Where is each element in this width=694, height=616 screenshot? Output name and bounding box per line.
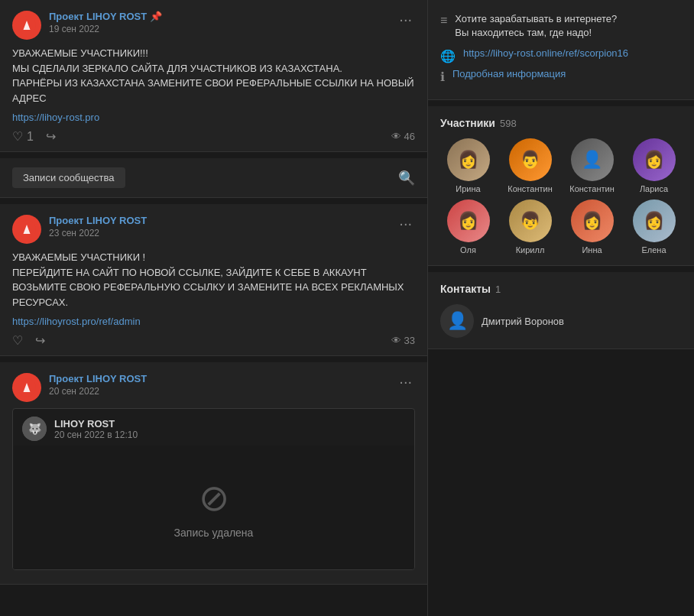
participants-section: Участники 598 👩 Ирина 👨 Константин 👤 xyxy=(428,106,694,266)
participants-title: Участники 598 xyxy=(440,117,682,129)
participant-item[interactable]: 👩 Оля xyxy=(440,199,496,255)
like-icon: ♡ xyxy=(12,333,23,348)
like-count: 1 xyxy=(27,130,34,144)
nested-author-name: LIHOY ROST xyxy=(54,418,138,430)
participant-avatar: 👩 xyxy=(571,199,614,242)
nested-post: 🐺 LIHOY ROST 20 сен 2022 в 12:10 ⊘ Запис… xyxy=(12,408,415,570)
promo-header-row: ≡ Хотите зарабатывать в интернете? Вы на… xyxy=(440,12,682,40)
author-text: Проект LIHOY ROST xyxy=(49,215,147,226)
post-author-name[interactable]: Проект LIHOY ROST xyxy=(49,373,396,384)
post-date: 20 сен 2022 xyxy=(49,386,396,397)
post-card: Проект LIHOY ROST 23 сен 2022 ··· УВАЖАЕ… xyxy=(0,204,427,356)
post-author-avatar xyxy=(12,11,41,40)
participant-avatar: 👨 xyxy=(509,138,552,181)
author-text: Проект LIHOY ROST xyxy=(49,11,147,22)
like-button[interactable]: ♡ xyxy=(12,333,23,348)
participant-avatar: 👩 xyxy=(447,199,490,242)
post-text: УВАЖАЕМЫЕ УЧАСТНИКИ ! ПЕРЕЙДИТЕ НА САЙТ … xyxy=(12,250,415,310)
community-posts-button[interactable]: Записи сообщества xyxy=(12,167,125,188)
promo-line1: Хотите зарабатывать в интернете? xyxy=(455,12,617,26)
deleted-content-area: ⊘ Запись удалена xyxy=(13,446,414,569)
community-bar: Записи сообщества 🔍 xyxy=(0,158,427,198)
nested-post-header: 🐺 LIHOY ROST 20 сен 2022 в 12:10 xyxy=(13,409,414,446)
participant-item[interactable]: 👨 Константин xyxy=(502,138,558,193)
deleted-text: Запись удалена xyxy=(174,527,254,539)
participant-name: Константин xyxy=(508,184,552,193)
post-card: Проект LIHOY ROST 📌 19 сен 2022 ··· УВАЖ… xyxy=(0,0,427,152)
post-date: 19 сен 2022 xyxy=(49,24,396,34)
views-number: 46 xyxy=(404,131,415,142)
post-author-info: Проект LIHOY ROST 📌 19 сен 2022 xyxy=(49,11,396,34)
participant-name: Ирина xyxy=(456,184,480,193)
participant-name: Лариса xyxy=(640,184,668,193)
post-author-info: Проект LIHOY ROST 23 сен 2022 xyxy=(49,215,396,238)
promo-section: ≡ Хотите зарабатывать в интернете? Вы на… xyxy=(428,0,694,100)
svg-text:🐺: 🐺 xyxy=(28,423,42,436)
post-menu-button[interactable]: ··· xyxy=(396,11,415,28)
post-author-name[interactable]: Проект LIHOY ROST xyxy=(49,215,396,226)
participant-name: Елена xyxy=(641,245,666,255)
share-button[interactable]: ↪ xyxy=(35,333,45,348)
post-author-name[interactable]: Проект LIHOY ROST 📌 xyxy=(49,11,396,22)
post-header: Проект LIHOY ROST 23 сен 2022 ··· xyxy=(12,215,415,244)
participants-grid: 👩 Ирина 👨 Константин 👤 Константин 👩 xyxy=(440,138,682,255)
post-menu-button[interactable]: ··· xyxy=(396,215,415,232)
main-feed: Проект LIHOY ROST 📌 19 сен 2022 ··· УВАЖ… xyxy=(0,0,428,616)
author-text: Проект LIHOY ROST xyxy=(49,373,147,384)
promo-referral-link[interactable]: https://lihoy-rost.online/ref/scorpion16 xyxy=(463,47,628,59)
share-icon: ↪ xyxy=(35,333,45,348)
promo-info-label[interactable]: Подробная информация xyxy=(452,68,566,79)
participant-avatar: 👩 xyxy=(633,199,676,242)
post-author-info: Проект LIHOY ROST 20 сен 2022 xyxy=(49,373,396,397)
participant-item[interactable]: 👩 Лариса xyxy=(626,138,682,193)
post-link[interactable]: https://lihoyrost.pro/ref/admin xyxy=(12,316,415,327)
post-date: 23 сен 2022 xyxy=(49,228,396,238)
participant-name: Оля xyxy=(460,245,476,255)
post-actions: ♡ 1 ↪ 👁 46 xyxy=(12,129,415,144)
post-text: УВАЖАЕМЫЕ УЧАСТНИКИ!!! МЫ СДЕЛАЛИ ЗЕРКАЛ… xyxy=(12,46,415,105)
participant-name: Инна xyxy=(582,245,602,255)
share-button[interactable]: ↪ xyxy=(46,129,56,144)
like-button[interactable]: ♡ 1 xyxy=(12,129,34,144)
deleted-icon: ⊘ xyxy=(199,476,229,519)
nested-avatar: 🐺 xyxy=(22,417,47,441)
post-card: Проект LIHOY ROST 20 сен 2022 ··· 🐺 LIHO… xyxy=(0,362,427,585)
eye-icon: 👁 xyxy=(391,131,401,142)
nested-post-date: 20 сен 2022 в 12:10 xyxy=(54,430,138,440)
contact-avatar: 👤 xyxy=(440,304,474,338)
views-number: 33 xyxy=(404,335,415,346)
participant-item[interactable]: 👩 Инна xyxy=(564,199,620,255)
eye-icon: 👁 xyxy=(391,335,401,346)
contacts-count: 1 xyxy=(495,284,501,295)
post-author-avatar xyxy=(12,215,41,244)
info-icon: ℹ xyxy=(440,70,445,84)
participant-item[interactable]: 👦 Кирилл xyxy=(502,199,558,255)
participant-avatar: 👦 xyxy=(509,199,552,242)
post-actions: ♡ ↪ 👁 33 xyxy=(12,333,415,348)
participants-count: 598 xyxy=(500,118,517,129)
menu-icon: ≡ xyxy=(440,14,447,28)
contacts-title: Контакты 1 xyxy=(440,283,682,295)
participant-name: Кирилл xyxy=(516,245,545,255)
post-header: Проект LIHOY ROST 20 сен 2022 ··· xyxy=(12,373,415,402)
participant-item[interactable]: 👩 Елена xyxy=(626,199,682,255)
contact-name: Дмитрий Воронов xyxy=(482,316,564,327)
post-menu-button[interactable]: ··· xyxy=(396,373,415,391)
promo-text-block: Хотите зарабатывать в интернете? Вы нахо… xyxy=(455,12,617,40)
promo-info-row: ℹ Подробная информация xyxy=(440,68,682,84)
contacts-title-text: Контакты xyxy=(440,283,491,295)
sidebar: ≡ Хотите зарабатывать в интернете? Вы на… xyxy=(428,0,694,616)
promo-line2: Вы находитесь там, где надо! xyxy=(455,26,617,40)
like-icon: ♡ xyxy=(12,129,23,144)
contact-item[interactable]: 👤 Дмитрий Воронов xyxy=(440,304,682,338)
participant-avatar: 👤 xyxy=(571,138,614,181)
promo-link-row: 🌐 https://lihoy-rost.online/ref/scorpion… xyxy=(440,47,682,63)
participant-item[interactable]: 👩 Ирина xyxy=(440,138,496,193)
share-icon: ↪ xyxy=(46,129,56,144)
participant-item[interactable]: 👤 Константин xyxy=(564,138,620,193)
nested-author-info: LIHOY ROST 20 сен 2022 в 12:10 xyxy=(54,418,138,440)
search-icon[interactable]: 🔍 xyxy=(398,170,415,186)
pin-icon: 📌 xyxy=(150,11,162,22)
post-link[interactable]: https://lihoy-rost.pro xyxy=(12,112,415,123)
participant-name: Константин xyxy=(569,184,614,193)
